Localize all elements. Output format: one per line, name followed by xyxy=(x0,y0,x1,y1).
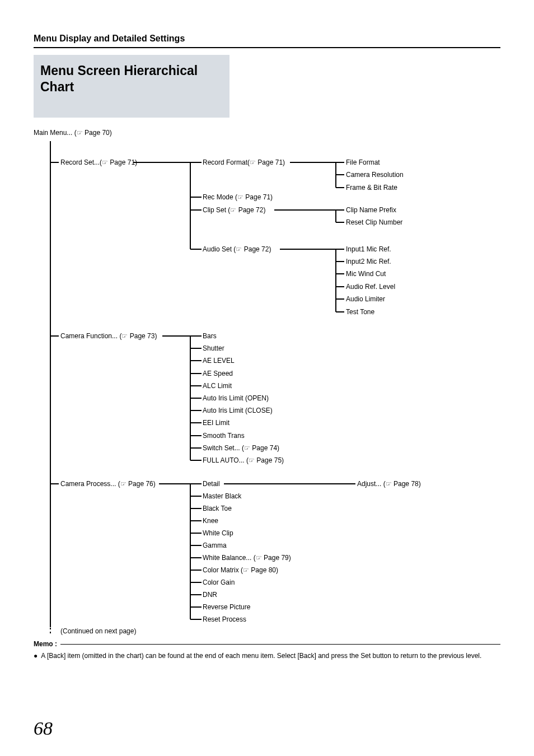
node-black-toe: Black Toe xyxy=(203,505,232,512)
node-record-set: Record Set...(☞ Page 71) xyxy=(60,158,137,166)
page-number: 68 xyxy=(34,718,53,739)
memo-bullet: ● xyxy=(34,651,38,661)
node-file-format: File Format xyxy=(346,158,380,166)
node-frame-bit-rate: Frame & Bit Rate xyxy=(346,184,397,192)
node-test-tone: Test Tone xyxy=(346,308,374,316)
node-ae-level: AE LEVEL xyxy=(203,357,235,365)
node-reset-clip-number: Reset Clip Number xyxy=(346,218,402,226)
node-smooth-trans: Smooth Trans xyxy=(203,432,245,440)
node-audio-ref-level: Audio Ref. Level xyxy=(346,283,395,291)
node-input1-mic: Input1 Mic Ref. xyxy=(346,245,391,253)
node-reset-process: Reset Process xyxy=(203,615,246,623)
node-white-clip: White Clip xyxy=(203,529,233,537)
memo-text: A [Back] item (omitted in the chart) can… xyxy=(41,651,481,661)
node-color-matrix: Color Matrix (☞ Page 80) xyxy=(203,566,278,574)
node-audio-set: Audio Set (☞ Page 72) xyxy=(203,245,271,253)
memo-label: Memo : xyxy=(34,640,60,648)
node-main-menu: Main Menu... (☞ Page 70) xyxy=(34,129,112,137)
node-white-balance: White Balance... (☞ Page 79) xyxy=(203,554,291,562)
node-switch-set: Switch Set... (☞ Page 74) xyxy=(203,444,279,452)
hierarchy-chart: Main Menu... (☞ Page 70) Record Set...(☞… xyxy=(34,129,500,638)
node-rec-mode: Rec Mode (☞ Page 71) xyxy=(203,193,273,201)
node-reverse-picture: Reverse Picture xyxy=(203,603,250,611)
node-camera-process: Camera Process... (☞ Page 76) xyxy=(60,480,156,488)
node-adjust: Adjust... (☞ Page 78) xyxy=(357,480,421,488)
node-gamma: Gamma xyxy=(203,542,227,549)
node-continued: (Continued on next page) xyxy=(60,627,136,635)
node-clip-set: Clip Set (☞ Page 72) xyxy=(203,206,265,214)
node-camera-resolution: Camera Resolution xyxy=(346,171,404,179)
node-clip-name-prefix: Clip Name Prefix xyxy=(346,206,396,214)
node-master-black: Master Black xyxy=(203,492,241,500)
node-knee: Knee xyxy=(203,517,218,525)
node-ae-speed: AE Speed xyxy=(203,370,233,377)
node-alc-limit: ALC Limit xyxy=(203,382,232,390)
node-input2-mic: Input2 Mic Ref. xyxy=(346,258,391,265)
node-detail: Detail xyxy=(203,480,220,488)
node-auto-iris-close: Auto Iris Limit (CLOSE) xyxy=(203,407,273,414)
node-bars: Bars xyxy=(203,332,217,340)
title-box: Menu Screen Hierarchical Chart xyxy=(34,55,229,118)
node-full-auto: FULL AUTO... (☞ Page 75) xyxy=(203,456,284,464)
node-auto-iris-open: Auto Iris Limit (OPEN) xyxy=(203,394,269,402)
node-color-gain: Color Gain xyxy=(203,578,235,586)
memo-block: Memo : ● A [Back] item (omitted in the c… xyxy=(34,644,500,661)
node-shutter: Shutter xyxy=(203,344,224,352)
node-camera-function: Camera Function... (☞ Page 73) xyxy=(60,332,157,340)
page-title: Menu Screen Hierarchical Chart xyxy=(40,63,229,95)
node-dnr: DNR xyxy=(203,591,217,599)
node-mic-wind-cut: Mic Wind Cut xyxy=(346,270,386,278)
node-record-format: Record Format(☞ Page 71) xyxy=(203,158,285,166)
node-audio-limiter: Audio Limiter xyxy=(346,295,385,303)
node-eei-limit: EEI Limit xyxy=(203,419,229,427)
section-breadcrumb: Menu Display and Detailed Settings xyxy=(34,34,500,48)
